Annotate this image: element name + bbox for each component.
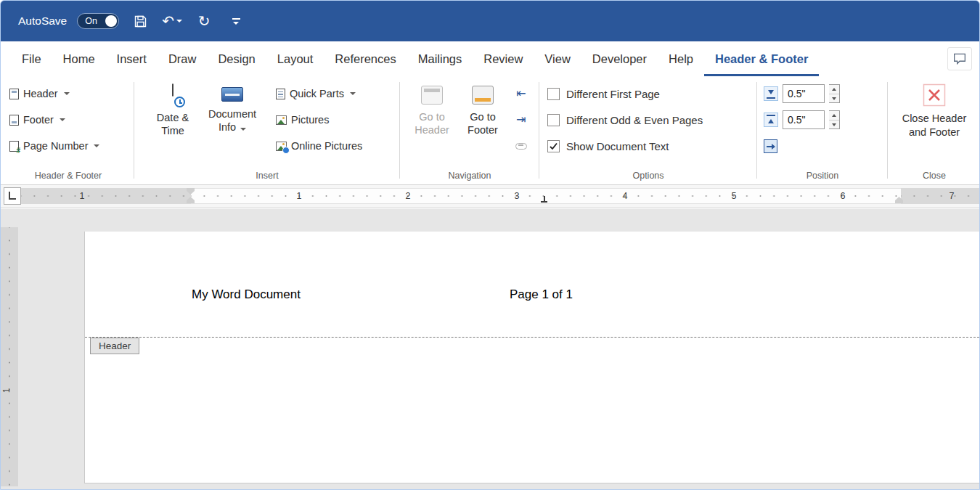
- tab-draw[interactable]: Draw: [158, 41, 208, 76]
- group-label: Options: [542, 171, 755, 181]
- ruler-mark: 1: [78, 188, 87, 204]
- undo-button[interactable]: ↶: [161, 7, 183, 36]
- different-first-page-checkbox[interactable]: Different First Page: [542, 81, 755, 107]
- save-button[interactable]: [129, 7, 151, 36]
- tab-label: Header & Footer: [715, 52, 808, 66]
- tab-insert[interactable]: Insert: [106, 41, 158, 76]
- close-header-footer-button[interactable]: Close Header and Footer: [894, 83, 974, 139]
- document-area: 1 My Word Document Page 1 of 1 Header: [1, 209, 979, 489]
- footer-button[interactable]: Footer: [5, 107, 131, 133]
- group-label: Insert: [136, 171, 398, 181]
- page-number-button[interactable]: Page Number: [5, 133, 131, 159]
- customize-toolbar-button[interactable]: [225, 7, 247, 36]
- different-first-page-label: Different First Page: [566, 88, 660, 100]
- different-odd-even-checkbox[interactable]: Different Odd & Even Pages: [542, 107, 755, 133]
- toggle-knob-icon: [105, 15, 117, 27]
- autosave-toggle[interactable]: On: [77, 13, 119, 29]
- document-page[interactable]: My Word Document Page 1 of 1 Header: [84, 232, 979, 483]
- tab-design[interactable]: Design: [207, 41, 266, 76]
- tab-label: References: [335, 52, 396, 66]
- tab-developer[interactable]: Developer: [581, 41, 658, 76]
- tab-review[interactable]: Review: [473, 41, 534, 76]
- document-info-button[interactable]: Document Info: [203, 76, 261, 184]
- ribbon-group-header-footer: Header Footer Page Number Header & Foote…: [5, 76, 131, 184]
- go-to-header-label: Go to Header: [415, 111, 449, 136]
- chevron-down-icon: [240, 128, 246, 131]
- stepper-up-button[interactable]: [829, 85, 839, 94]
- stepper-down-button[interactable]: [829, 120, 839, 129]
- tab-help[interactable]: Help: [658, 41, 704, 76]
- page-number-icon: [9, 141, 19, 152]
- header-from-top-stepper: [829, 84, 840, 103]
- group-separator: [399, 82, 400, 179]
- link-to-previous-icon: [515, 143, 527, 150]
- calendar-clock-icon: [162, 83, 184, 105]
- ribbon-tab-bar: File Home Insert Draw Design Layout Refe…: [1, 41, 979, 76]
- tab-label: File: [22, 52, 41, 66]
- ruler-mark: 6: [838, 188, 848, 204]
- footer-from-bottom-input[interactable]: [783, 110, 825, 129]
- go-to-footer-icon: [472, 86, 494, 105]
- date-time-button[interactable]: Date & Time: [148, 76, 197, 184]
- previous-button[interactable]: ⇤: [512, 81, 530, 107]
- redo-button[interactable]: ↻: [193, 7, 215, 36]
- footer-from-bottom-stepper: [829, 110, 840, 129]
- chevron-down-icon: [350, 92, 356, 95]
- ribbon-group-position: Position: [759, 76, 886, 184]
- footer-from-bottom-control: [759, 107, 886, 133]
- go-to-header-button[interactable]: Go to Header: [409, 76, 454, 184]
- show-document-text-checkbox[interactable]: Show Document Text: [542, 133, 755, 159]
- chevron-down-icon: [60, 118, 65, 121]
- center-tab-stop-marker[interactable]: [541, 196, 547, 203]
- group-label: Close: [890, 171, 979, 181]
- ruler-mark: 5: [730, 188, 739, 204]
- next-button[interactable]: ⇥: [512, 107, 530, 133]
- tab-label: Insert: [117, 52, 147, 66]
- tab-label: Mailings: [418, 52, 462, 66]
- tab-references[interactable]: References: [324, 41, 407, 76]
- header-from-top-input[interactable]: [783, 84, 825, 103]
- stepper-down-button[interactable]: [829, 94, 839, 103]
- stepper-up-button[interactable]: [829, 111, 839, 120]
- tab-home[interactable]: Home: [52, 41, 106, 76]
- tab-label: Design: [218, 52, 255, 66]
- checkmark-icon: [548, 141, 559, 152]
- tab-view[interactable]: View: [534, 41, 581, 76]
- comments-button[interactable]: [947, 47, 972, 70]
- checkbox-unchecked-icon: [547, 114, 560, 126]
- header-from-top-icon: [764, 86, 778, 101]
- tab-file[interactable]: File: [11, 41, 52, 76]
- header-center-text[interactable]: Page 1 of 1: [510, 287, 573, 302]
- header-from-top-control: [759, 81, 886, 107]
- link-to-previous-button[interactable]: [511, 133, 531, 159]
- show-document-text-label: Show Document Text: [566, 140, 669, 152]
- group-label: Navigation: [402, 171, 537, 181]
- header-left-text[interactable]: My Word Document: [192, 287, 301, 302]
- pictures-label: Pictures: [291, 114, 329, 126]
- ruler-right-margin: [901, 188, 979, 204]
- pictures-button[interactable]: Pictures: [271, 107, 367, 133]
- autosave-state-label: On: [85, 16, 97, 26]
- ribbon-group-navigation: Go to Header Go to Footer ⇤ ⇥: [402, 76, 537, 184]
- vertical-ruler[interactable]: 1: [1, 227, 18, 486]
- tab-header-footer[interactable]: Header & Footer: [704, 41, 819, 76]
- tab-selector[interactable]: [4, 187, 21, 205]
- tab-mailings[interactable]: Mailings: [407, 41, 473, 76]
- word-window: AutoSave On ↶ ↻ File Home Insert Draw De…: [0, 0, 980, 490]
- quick-parts-button[interactable]: Quick Parts: [271, 81, 367, 107]
- insert-alignment-tab-icon: [764, 139, 777, 153]
- header-button[interactable]: Header: [5, 81, 131, 107]
- comment-icon: [952, 52, 967, 65]
- insert-alignment-tab-button[interactable]: [759, 133, 886, 159]
- quick-parts-label: Quick Parts: [290, 88, 344, 99]
- previous-icon: ⇤: [516, 88, 526, 99]
- ruler-mark: 1: [295, 188, 304, 204]
- group-separator: [134, 82, 134, 179]
- online-pictures-button[interactable]: Online Pictures: [271, 133, 367, 159]
- tab-layout[interactable]: Layout: [266, 41, 324, 76]
- checkbox-checked-icon: [547, 140, 560, 152]
- go-to-header-icon: [421, 86, 443, 105]
- autosave-label: AutoSave: [18, 15, 67, 28]
- horizontal-ruler[interactable]: 1 1 2 3 4 5 6 7: [21, 188, 979, 204]
- go-to-footer-button[interactable]: Go to Footer: [460, 76, 505, 184]
